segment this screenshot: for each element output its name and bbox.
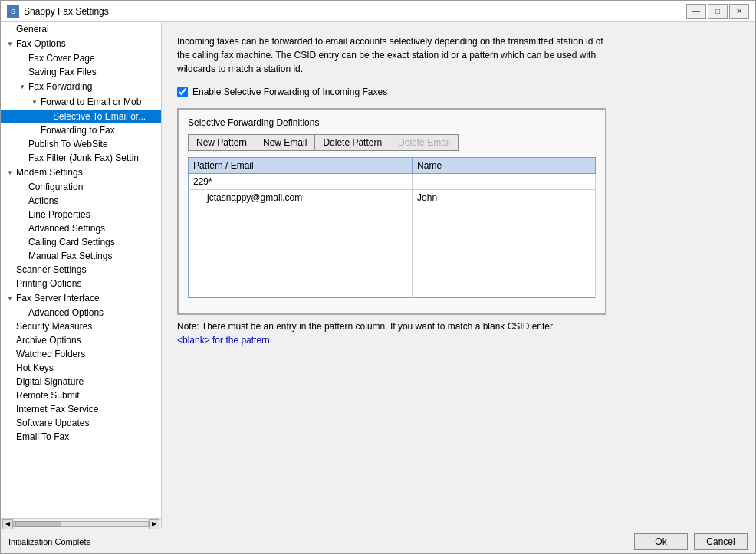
expander-fax-server-interface[interactable]: ▼	[4, 292, 16, 304]
expander-modem-settings[interactable]: ▼	[4, 166, 16, 179]
sidebar-item-advanced-options[interactable]: Advanced Options	[1, 306, 161, 320]
hscroll-left-arrow[interactable]: ◀	[2, 519, 13, 529]
sidebar-label-modem-settings: Modem Settings	[16, 167, 83, 178]
sidebar-item-remote-submit[interactable]: Remote Submit	[1, 388, 161, 402]
sidebar-wrapper: General▼Fax OptionsFax Cover PageSaving …	[1, 22, 162, 529]
empty-cell	[413, 251, 596, 267]
minimize-button[interactable]: —	[686, 4, 706, 19]
sidebar-label-saving-fax-files: Saving Fax Files	[28, 67, 97, 77]
hscroll-track[interactable]	[13, 521, 149, 527]
sidebar-item-digital-signature[interactable]: Digital Signature	[1, 375, 161, 388]
delete-pattern-button[interactable]: Delete Pattern	[315, 134, 390, 151]
title-bar-left: S Snappy Fax Settings	[7, 5, 109, 18]
table-row-empty	[189, 282, 596, 298]
sidebar-item-internet-fax-service[interactable]: Internet Fax Service	[1, 402, 161, 416]
main-window: S Snappy Fax Settings — □ ✕ General▼Fax …	[0, 0, 756, 554]
table-header-row: Pattern / Email Name	[189, 158, 596, 174]
sidebar-item-archive-options[interactable]: Archive Options	[1, 333, 161, 347]
sidebar-item-fax-cover-page[interactable]: Fax Cover Page	[1, 51, 161, 65]
col-header-pattern: Pattern / Email	[189, 158, 413, 174]
empty-cell	[189, 267, 413, 282]
sidebar-label-internet-fax-service: Internet Fax Service	[16, 404, 98, 415]
empty-cell	[189, 251, 413, 267]
sidebar-item-actions[interactable]: Actions	[1, 194, 161, 208]
hscroll-right-arrow[interactable]: ▶	[149, 519, 159, 529]
sidebar-item-line-properties[interactable]: Line Properties	[1, 208, 161, 221]
table-row-empty	[189, 236, 596, 251]
sidebar-label-security-measures: Security Measures	[16, 321, 92, 332]
note-text: Note: There must be an entry in the patt…	[177, 320, 740, 347]
definitions-box: Selective Forwarding Definitions New Pat…	[177, 108, 606, 315]
enable-forwarding-checkbox[interactable]	[177, 87, 188, 97]
table-row-empty	[189, 221, 596, 236]
sidebar-item-email-to-fax[interactable]: Email To Fax	[1, 430, 161, 444]
sidebar: General▼Fax OptionsFax Cover PageSaving …	[1, 22, 161, 518]
sidebar-item-hot-keys[interactable]: Hot Keys	[1, 361, 161, 375]
sidebar-tree: General▼Fax OptionsFax Cover PageSaving …	[1, 22, 161, 444]
table-row-empty	[189, 205, 596, 221]
sidebar-item-software-updates[interactable]: Software Updates	[1, 416, 161, 430]
sidebar-item-printing-options[interactable]: Printing Options	[1, 277, 161, 290]
expander-fax-options[interactable]: ▼	[4, 38, 16, 50]
sidebar-label-selective-to-email: Selective To Email or...	[53, 111, 146, 122]
sidebar-item-fax-filter[interactable]: Fax Filter (Junk Fax) Settin	[1, 151, 161, 165]
sidebar-item-scanner-settings[interactable]: Scanner Settings	[1, 263, 161, 277]
new-pattern-button[interactable]: New Pattern	[188, 134, 255, 151]
app-icon-text: S	[11, 8, 15, 15]
checkbox-row: Enable Selective Forwarding of Incoming …	[177, 87, 740, 97]
close-button[interactable]: ✕	[729, 4, 749, 19]
definitions-title: Selective Forwarding Definitions	[188, 117, 596, 128]
expander-forward-to-email[interactable]: ▼	[28, 96, 41, 108]
empty-cell	[413, 221, 596, 236]
sidebar-item-publish-to-website[interactable]: Publish To WebSite	[1, 137, 161, 151]
bottom-bar: Initialization Complete Ok Cancel	[1, 529, 755, 553]
sidebar-label-scanner-settings: Scanner Settings	[16, 264, 86, 275]
table-body: 229*jctasnappy@gmail.comJohn	[189, 174, 596, 298]
sidebar-label-fax-options: Fax Options	[16, 38, 66, 49]
new-email-button[interactable]: New Email	[255, 134, 315, 151]
cancel-button[interactable]: Cancel	[694, 533, 748, 550]
sidebar-item-forwarding-to-fax[interactable]: Forwarding to Fax	[1, 123, 161, 137]
sidebar-item-saving-fax-files[interactable]: Saving Fax Files	[1, 65, 161, 79]
description-text: Incoming faxes can be forwarded to email…	[177, 34, 606, 76]
sidebar-item-selective-to-email[interactable]: Selective To Email or...	[1, 110, 161, 123]
empty-cell	[189, 205, 413, 221]
sidebar-item-manual-fax-settings[interactable]: Manual Fax Settings	[1, 249, 161, 263]
sidebar-label-advanced-options: Advanced Options	[28, 307, 104, 318]
sidebar-item-watched-folders[interactable]: Watched Folders	[1, 347, 161, 361]
sidebar-label-general: General	[16, 24, 49, 34]
delete-email-button[interactable]: Delete Email	[390, 134, 459, 151]
sidebar-label-forwarding-to-fax: Forwarding to Fax	[41, 125, 115, 136]
sidebar-item-advanced-settings[interactable]: Advanced Settings	[1, 221, 161, 235]
hscroll-thumb[interactable]	[15, 521, 61, 527]
note-line1: Note: There must be an entry in the patt…	[177, 321, 553, 332]
empty-cell	[413, 282, 596, 298]
title-bar-controls: — □ ✕	[686, 4, 749, 19]
sidebar-item-fax-server-interface[interactable]: ▼Fax Server Interface	[1, 290, 161, 306]
data-table: Pattern / Email Name 229*jctasnappy@gmai…	[188, 157, 596, 298]
sidebar-item-security-measures[interactable]: Security Measures	[1, 320, 161, 333]
pattern-cell: 229*	[189, 174, 413, 190]
maximize-button[interactable]: □	[708, 4, 728, 19]
sidebar-item-forward-to-email[interactable]: ▼Forward to Email or Mob	[1, 94, 161, 110]
title-bar: S Snappy Fax Settings — □ ✕	[1, 1, 755, 22]
ok-button[interactable]: Ok	[634, 533, 688, 550]
expander-fax-forwarding[interactable]: ▼	[16, 80, 28, 93]
sidebar-item-modem-settings[interactable]: ▼Modem Settings	[1, 165, 161, 180]
table-row[interactable]: jctasnappy@gmail.comJohn	[189, 190, 596, 206]
sidebar-label-email-to-fax: Email To Fax	[16, 431, 69, 442]
sidebar-item-fax-options[interactable]: ▼Fax Options	[1, 36, 161, 51]
sidebar-label-archive-options: Archive Options	[16, 335, 81, 346]
sidebar-item-calling-card-settings[interactable]: Calling Card Settings	[1, 235, 161, 249]
sidebar-label-fax-cover-page: Fax Cover Page	[28, 53, 95, 64]
col-header-name: Name	[413, 158, 596, 174]
sidebar-item-general[interactable]: General	[1, 22, 161, 36]
sidebar-label-calling-card-settings: Calling Card Settings	[28, 237, 115, 247]
sidebar-item-configuration[interactable]: Configuration	[1, 180, 161, 194]
note-line2: <blank> for the pattern	[177, 335, 270, 346]
sidebar-label-software-updates: Software Updates	[16, 418, 89, 428]
table-row[interactable]: 229*	[189, 174, 596, 190]
email-name-cell: John	[413, 190, 596, 206]
sidebar-item-fax-forwarding[interactable]: ▼Fax Forwarding	[1, 79, 161, 94]
sidebar-label-watched-folders: Watched Folders	[16, 349, 85, 359]
